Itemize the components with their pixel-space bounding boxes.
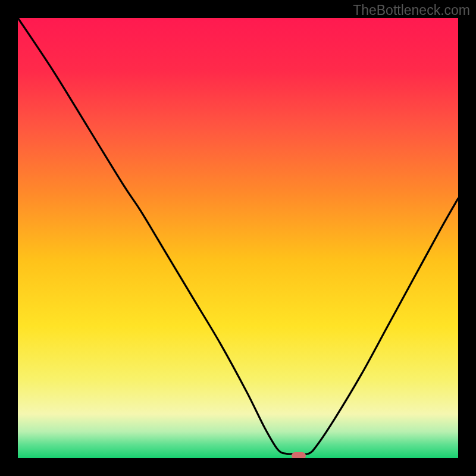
marker-dot [292,452,306,458]
watermark-text: TheBottleneck.com [353,2,470,18]
chart-container: TheBottleneck.com [0,0,476,476]
bottleneck-curve [18,18,458,455]
curve-layer [18,18,458,458]
plot-area [18,18,458,458]
